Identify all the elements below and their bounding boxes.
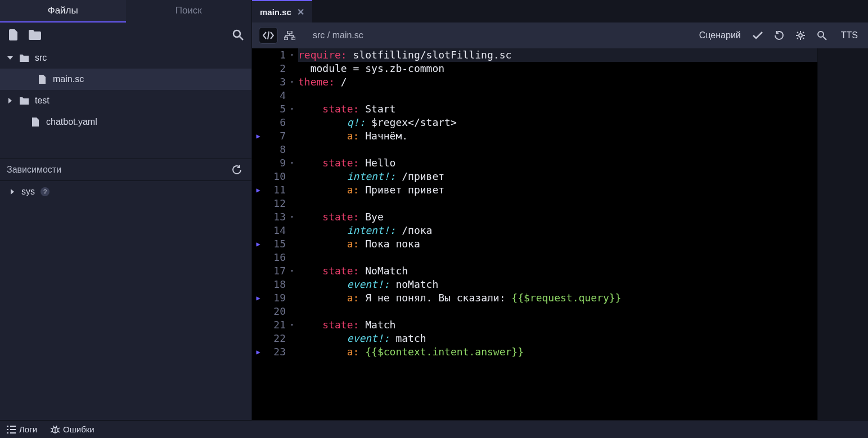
- refresh-deps-button[interactable]: [229, 162, 245, 178]
- fold-toggle[interactable]: ▾: [290, 48, 298, 62]
- fold-toggle[interactable]: ▾: [290, 156, 298, 170]
- graph-view-button[interactable]: [280, 27, 299, 44]
- line-number: 1: [264, 48, 286, 62]
- tree-file-chatbot[interactable]: chatbot.yaml: [0, 111, 251, 133]
- tree-folder-test[interactable]: test: [0, 90, 251, 111]
- undo-button[interactable]: [771, 28, 787, 43]
- play-gutter-cell: [252, 332, 264, 345]
- play-gutter-cell[interactable]: ▶: [252, 183, 264, 197]
- play-gutter-cell: [252, 89, 264, 102]
- play-gutter-cell: [252, 251, 264, 264]
- play-gutter-cell: [252, 48, 264, 62]
- code-line[interactable]: a: Привет привет: [298, 183, 817, 197]
- svg-point-5: [799, 34, 802, 37]
- code-line[interactable]: [298, 197, 817, 210]
- status-logs[interactable]: Логи: [7, 425, 37, 434]
- line-number: 19: [264, 291, 286, 305]
- sidebar-search-button[interactable]: [230, 27, 246, 43]
- code-line[interactable]: a: Начнём.: [298, 129, 817, 143]
- statusbar: Логи Ошибки: [0, 420, 868, 438]
- play-gutter-cell[interactable]: ▶: [252, 237, 264, 251]
- play-gutter-cell[interactable]: ▶: [252, 345, 264, 359]
- fold-toggle: [290, 89, 298, 102]
- code-line[interactable]: [298, 89, 817, 102]
- code-line[interactable]: state: Match: [298, 318, 817, 332]
- close-tab-button[interactable]: ✕: [297, 7, 304, 17]
- settings-button[interactable]: [793, 28, 808, 43]
- code-view-button[interactable]: [259, 27, 278, 44]
- svg-rect-3: [284, 37, 287, 40]
- line-number: 23: [264, 345, 286, 359]
- chevron-right-icon: [7, 97, 14, 104]
- code-line[interactable]: intent!: /привет: [298, 170, 817, 183]
- code-line[interactable]: event!: noMatch: [298, 278, 817, 291]
- status-errors[interactable]: Ошибки: [51, 425, 95, 434]
- dependencies-label: Зависимости: [7, 165, 61, 175]
- code-line[interactable]: state: Bye: [298, 210, 817, 224]
- code-line[interactable]: state: Start: [298, 102, 817, 116]
- fold-toggle: [290, 251, 298, 264]
- new-file-button[interactable]: [6, 27, 21, 43]
- code-line[interactable]: module = sys.zb-common: [298, 62, 817, 75]
- line-number: 5: [264, 102, 286, 116]
- sidebar-tabs: Файлы Поиск: [0, 0, 251, 22]
- fold-toggle[interactable]: ▾: [290, 210, 298, 224]
- play-gutter-cell: [252, 264, 264, 278]
- code-line[interactable]: a: Я не понял. Вы сказали: {{$request.qu…: [298, 291, 817, 305]
- view-toggle: [259, 27, 299, 44]
- fold-toggle: [290, 197, 298, 210]
- play-gutter-cell: [252, 305, 264, 318]
- code-line[interactable]: intent!: /пока: [298, 224, 817, 237]
- editor-tab-main[interactable]: main.sc ✕: [252, 0, 312, 22]
- play-gutter-cell[interactable]: ▶: [252, 291, 264, 305]
- scenario-label[interactable]: Сценарий: [699, 30, 741, 40]
- code-line[interactable]: theme: /: [298, 75, 817, 89]
- editor-search-button[interactable]: [814, 28, 830, 43]
- gear-icon: [795, 30, 806, 40]
- tree-file-main[interactable]: main.sc: [0, 69, 251, 90]
- code-line[interactable]: q!: $regex</start>: [298, 116, 817, 129]
- help-icon[interactable]: ?: [41, 187, 50, 196]
- search-icon: [232, 29, 244, 40]
- code-line[interactable]: a: {{$context.intent.answer}}: [298, 345, 817, 359]
- sidebar: Файлы Поиск src: [0, 0, 252, 420]
- sidebar-toolbar: [0, 22, 251, 47]
- fold-toggle[interactable]: ▾: [290, 75, 298, 89]
- sidebar-tab-files[interactable]: Файлы: [0, 0, 126, 22]
- file-icon: [30, 117, 41, 127]
- code-line[interactable]: a: Пока пока: [298, 237, 817, 251]
- fold-toggle: [290, 62, 298, 75]
- sidebar-tab-search[interactable]: Поиск: [126, 0, 252, 22]
- fold-toggle[interactable]: ▾: [290, 264, 298, 278]
- file-icon: [8, 29, 19, 40]
- play-gutter-cell: [252, 62, 264, 75]
- fold-toggle: [290, 345, 298, 359]
- code-line[interactable]: state: Hello: [298, 156, 817, 170]
- code-line[interactable]: [298, 143, 817, 156]
- fold-toggle[interactable]: ▾: [290, 318, 298, 332]
- file-tree: src main.sc test: [0, 47, 251, 133]
- check-button[interactable]: [750, 28, 766, 43]
- play-icon: ▶: [252, 345, 264, 359]
- line-number: 18: [264, 278, 286, 291]
- svg-rect-2: [287, 31, 292, 34]
- play-gutter-cell[interactable]: ▶: [252, 129, 264, 143]
- dep-sys[interactable]: sys ?: [0, 181, 251, 202]
- fold-toggle: [290, 332, 298, 345]
- new-folder-button[interactable]: [27, 27, 43, 43]
- chevron-right-icon: [9, 188, 16, 195]
- code-editor[interactable]: ▶▶▶▶▶ 1234567891011121314151617181920212…: [252, 48, 868, 420]
- code-line[interactable]: state: NoMatch: [298, 264, 817, 278]
- fold-toggle[interactable]: ▾: [290, 102, 298, 116]
- code-line[interactable]: [298, 251, 817, 264]
- play-gutter-cell: [252, 75, 264, 89]
- code-line[interactable]: event!: match: [298, 332, 817, 345]
- svg-line-7: [823, 37, 826, 40]
- minimap[interactable]: [817, 48, 868, 420]
- tts-label[interactable]: TTS: [841, 30, 858, 40]
- tree-folder-src[interactable]: src: [0, 47, 251, 69]
- line-number: 8: [264, 143, 286, 156]
- play-gutter-cell: [252, 170, 264, 183]
- code-line[interactable]: [298, 305, 817, 318]
- code-line[interactable]: require: slotfilling/slotFilling.sc: [298, 48, 817, 62]
